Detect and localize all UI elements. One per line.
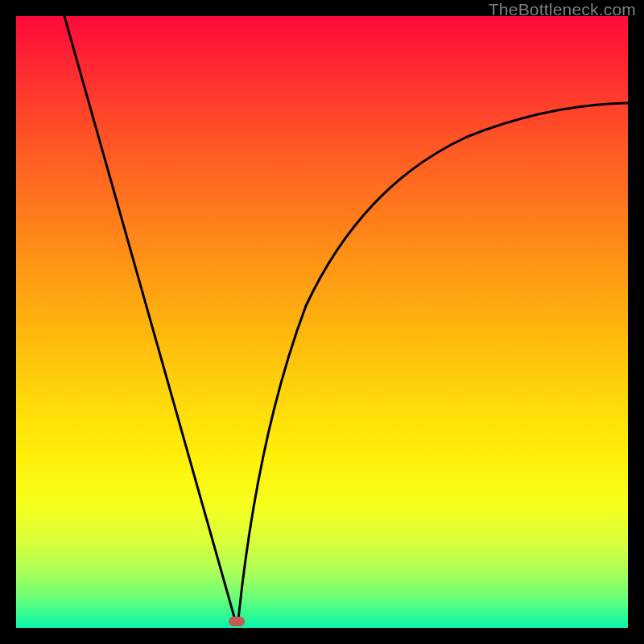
watermark-text: TheBottleneck.com (489, 0, 636, 19)
plot-area (16, 16, 628, 628)
bottleneck-curve (16, 16, 628, 628)
optimum-marker (229, 617, 245, 626)
curve-right-branch (238, 103, 628, 620)
chart-frame: TheBottleneck.com (0, 0, 644, 644)
curve-left-branch (64, 16, 235, 620)
